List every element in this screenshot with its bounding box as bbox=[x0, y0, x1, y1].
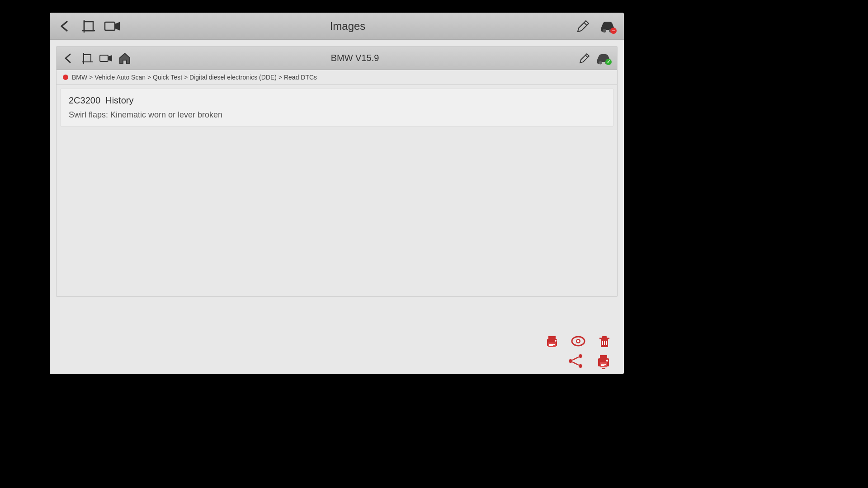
svg-rect-37 bbox=[600, 355, 607, 359]
dtc-title: 2C3200 History bbox=[69, 95, 605, 106]
svg-rect-11 bbox=[100, 55, 108, 61]
breadcrumb-dot bbox=[63, 75, 68, 80]
svg-rect-40 bbox=[601, 365, 604, 366]
inner-car-button[interactable]: ✓ bbox=[595, 52, 612, 65]
crop-button[interactable] bbox=[80, 18, 97, 34]
outer-topbar-right: − bbox=[575, 18, 617, 34]
delete-button[interactable] bbox=[596, 333, 613, 350]
svg-rect-39 bbox=[601, 364, 606, 365]
video-button[interactable] bbox=[104, 18, 120, 34]
share-button[interactable] bbox=[566, 352, 585, 371]
view-button[interactable] bbox=[570, 333, 587, 350]
outer-window: Images − bbox=[50, 13, 624, 374]
svg-rect-8 bbox=[84, 55, 91, 62]
svg-rect-17 bbox=[548, 336, 556, 340]
breadcrumb-text: BMW > Vehicle Auto Scan > Quick Test > D… bbox=[72, 74, 317, 81]
bottom-toolbar bbox=[56, 329, 618, 374]
svg-point-31 bbox=[579, 354, 582, 358]
svg-line-13 bbox=[585, 55, 588, 57]
breadcrumb: BMW > Vehicle Auto Scan > Quick Test > D… bbox=[57, 70, 617, 85]
print-button[interactable] bbox=[543, 333, 561, 350]
outer-topbar: Images − bbox=[50, 13, 624, 40]
inner-back-button[interactable] bbox=[62, 52, 75, 65]
svg-marker-12 bbox=[108, 56, 112, 61]
dtc-card: 2C3200 History Swirl flaps: Kinematic wo… bbox=[60, 89, 613, 127]
svg-point-33 bbox=[579, 364, 582, 368]
inner-window: BMW V15.9 bbox=[56, 46, 618, 297]
inner-crop-button[interactable] bbox=[81, 52, 94, 65]
svg-rect-19 bbox=[549, 344, 555, 345]
svg-point-41 bbox=[606, 360, 608, 361]
svg-marker-4 bbox=[115, 23, 119, 30]
outer-car-button[interactable]: − bbox=[599, 19, 617, 34]
inner-home-button[interactable] bbox=[118, 52, 132, 65]
inner-edit-button[interactable] bbox=[578, 52, 591, 65]
svg-rect-0 bbox=[84, 22, 93, 31]
svg-rect-3 bbox=[105, 22, 115, 30]
svg-rect-20 bbox=[549, 345, 553, 346]
svg-line-5 bbox=[584, 23, 587, 25]
inner-video-button[interactable] bbox=[99, 52, 113, 65]
bottom-icons-row-2 bbox=[566, 352, 613, 371]
svg-point-21 bbox=[555, 340, 557, 342]
dtc-description: Swirl flaps: Kinematic worn or lever bro… bbox=[69, 110, 605, 120]
outer-title: Images bbox=[120, 20, 575, 33]
inner-topbar: BMW V15.9 bbox=[57, 47, 617, 70]
bottom-icons-row-1 bbox=[543, 333, 613, 350]
car-minus-badge: − bbox=[610, 28, 617, 34]
content-area: 2C3200 History Swirl flaps: Kinematic wo… bbox=[57, 89, 617, 296]
outer-topbar-left bbox=[57, 18, 120, 34]
print2-button[interactable] bbox=[594, 352, 613, 371]
inner-title: BMW V15.9 bbox=[132, 53, 578, 63]
svg-line-34 bbox=[572, 357, 579, 360]
svg-rect-27 bbox=[602, 336, 607, 338]
outer-back-button[interactable] bbox=[57, 18, 73, 34]
svg-point-32 bbox=[569, 359, 572, 363]
car-check-badge: ✓ bbox=[605, 59, 612, 65]
inner-topbar-left bbox=[62, 52, 132, 65]
inner-topbar-right: ✓ bbox=[578, 52, 612, 65]
svg-point-24 bbox=[577, 340, 580, 343]
svg-point-6 bbox=[603, 29, 606, 33]
outer-edit-button[interactable] bbox=[575, 18, 591, 34]
bottom-icons-container bbox=[543, 333, 613, 371]
svg-rect-38 bbox=[600, 362, 607, 367]
svg-point-14 bbox=[599, 61, 602, 64]
svg-line-35 bbox=[572, 362, 579, 365]
